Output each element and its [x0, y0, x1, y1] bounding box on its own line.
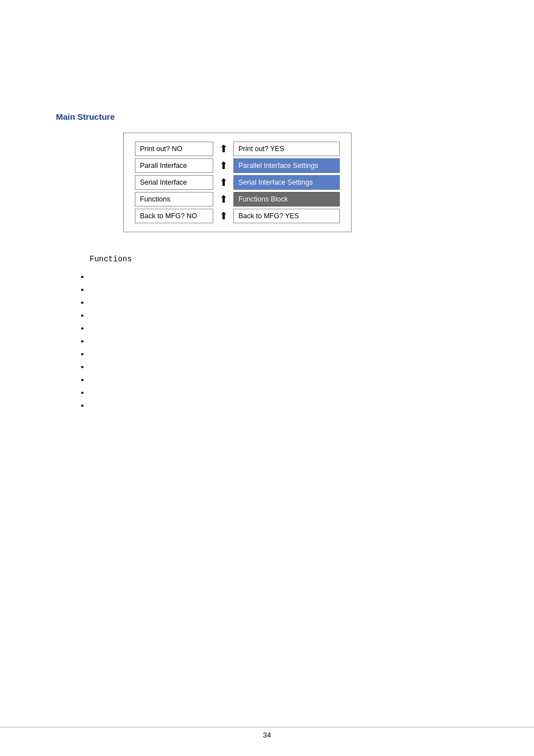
right-box: Functions Block	[233, 192, 340, 206]
list-item	[90, 285, 512, 294]
arrow-icon: ⬆	[213, 210, 233, 222]
diagram-container: Print out? NO⬆Print out? YESParall Inter…	[123, 133, 352, 232]
diagram-row: Print out? NO⬆Print out? YES	[135, 142, 340, 156]
list-item	[90, 298, 512, 307]
right-box: Serial Interface Settings	[233, 175, 340, 190]
left-box: Print out? NO	[135, 142, 213, 156]
right-box: Back to MFG? YES	[233, 209, 340, 223]
main-structure-title: Main Structure	[56, 112, 512, 121]
functions-label: Functions	[90, 255, 512, 264]
list-item	[90, 388, 512, 397]
page-number: 34	[263, 731, 271, 739]
page-container: Main Structure Print out? NO⬆Print out? …	[0, 0, 534, 756]
diagram-row: Parall Interface⬆Parallel Interface Sett…	[135, 158, 340, 173]
diagram-row: Back to MFG? NO⬆Back to MFG? YES	[135, 209, 340, 223]
arrow-icon: ⬆	[213, 193, 233, 205]
arrow-icon: ⬆	[213, 143, 233, 155]
arrow-icon: ⬆	[213, 176, 233, 189]
page-footer: 34	[0, 727, 534, 739]
left-box: Parall Interface	[135, 158, 213, 173]
left-box: Serial Interface	[135, 175, 213, 190]
list-item	[90, 337, 512, 345]
list-item	[90, 311, 512, 320]
left-box: Back to MFG? NO	[135, 209, 213, 223]
list-item	[90, 401, 512, 410]
arrow-icon: ⬆	[213, 159, 233, 172]
right-box: Print out? YES	[233, 142, 340, 156]
list-item	[90, 350, 512, 358]
diagram-row: Serial Interface⬆Serial Interface Settin…	[135, 175, 340, 190]
list-item	[90, 363, 512, 371]
list-item	[90, 324, 512, 332]
list-item	[90, 273, 512, 281]
left-box: Functions	[135, 192, 213, 206]
list-item	[90, 375, 512, 384]
right-box: Parallel Interface Settings	[233, 158, 340, 173]
diagram-row: Functions⬆Functions Block	[135, 192, 340, 206]
bullet-list	[78, 273, 512, 410]
